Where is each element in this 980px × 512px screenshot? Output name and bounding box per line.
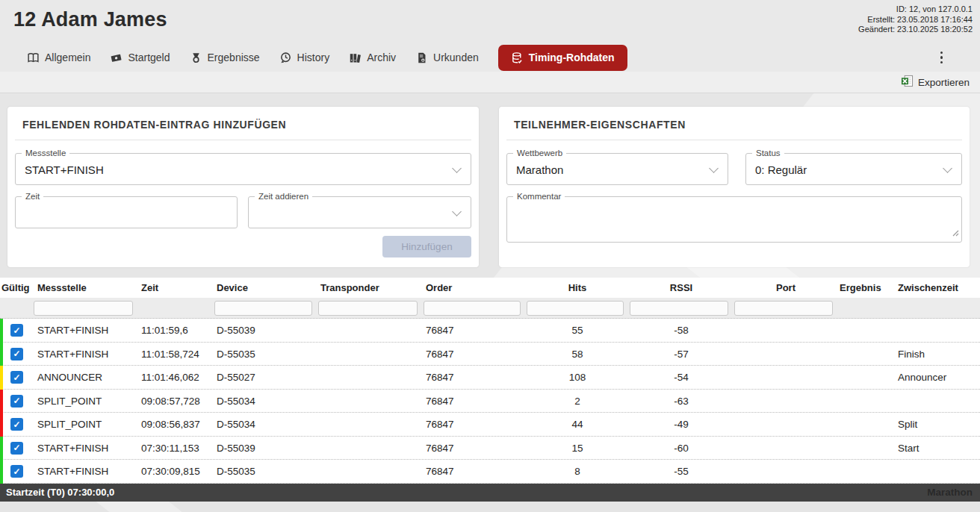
filter-row	[0, 298, 980, 319]
export-button[interactable]: Exportieren	[901, 75, 970, 90]
hinzufuegen-button[interactable]: Hinzufügen	[382, 236, 471, 257]
field-label: Wettbewerb	[513, 148, 566, 158]
more-menu-icon[interactable]	[937, 49, 946, 67]
col-gueltig: Gültig	[0, 282, 33, 293]
panel-title: TEILNEHMER-EIGENSCHAFTEN	[506, 107, 962, 140]
tab-timing-rohdaten[interactable]: Timing-Rohdaten	[498, 45, 627, 71]
cell-order: 76847	[423, 396, 526, 407]
col-hits: Hits	[526, 282, 629, 293]
cell-rssi: -54	[629, 372, 734, 383]
record-meta: ID: 12, von 127.0.0.1 Erstellt: 23.05.20…	[858, 0, 980, 43]
cell-hits: 44	[526, 419, 629, 430]
content-area: FEHLENDEN ROHDATEN-EINTRAG HINZUFÜGEN Me…	[0, 93, 980, 278]
table-row[interactable]: ✓START+FINISH07:30:11,153D-550397684715-…	[0, 437, 980, 461]
tab-archiv[interactable]: Archiv	[349, 43, 396, 72]
cell-zwischenzeit: Split	[896, 419, 980, 430]
filter-input-messstelle[interactable]	[34, 301, 133, 316]
table-row[interactable]: ✓START+FINISH11:01:58,724D-550357684758-…	[0, 343, 980, 366]
zeit-addieren-select[interactable]: Zeit addieren	[248, 196, 471, 228]
cell-device: D-55035	[214, 466, 317, 477]
header: 12 Adam James ID: 12, von 127.0.0.1 Erst…	[0, 0, 980, 43]
cell-hits: 8	[526, 466, 629, 477]
tab-ergebnisse[interactable]: Ergebnisse	[190, 43, 260, 72]
col-device: Device	[214, 282, 317, 293]
cell-order: 76847	[423, 419, 526, 430]
cell-device: D-55034	[214, 396, 317, 407]
cell-hits: 55	[526, 325, 629, 336]
money-icon	[110, 51, 122, 64]
cell-zwischenzeit: Finish	[896, 349, 980, 360]
tab-allgemein[interactable]: Allgemein	[27, 43, 90, 72]
record-id: ID: 12, von 127.0.0.1	[858, 4, 973, 15]
col-rssi: RSSI	[629, 282, 734, 293]
cell-messstelle: START+FINISH	[33, 466, 138, 477]
filter-input-order[interactable]	[424, 301, 521, 316]
filter-input-hits[interactable]	[527, 301, 624, 316]
field-value: START+FINISH	[25, 163, 104, 176]
col-ergebnis: Ergebnis	[838, 282, 896, 293]
cell-zeit: 07:30:11,153	[138, 443, 214, 454]
table-row[interactable]: ✓SPLIT_POINT09:08:56,837D-550347684744-4…	[0, 413, 980, 437]
archive-icon	[349, 51, 362, 64]
filter-input-port[interactable]	[734, 301, 833, 316]
filter-input-device[interactable]	[214, 301, 312, 316]
cell-zeit: 11:01:59,6	[138, 325, 214, 336]
table-row[interactable]: ✓SPLIT_POINT09:08:57,728D-55034768472-63	[0, 390, 980, 413]
tab-history[interactable]: History	[279, 43, 330, 72]
field-label: Messstelle	[22, 148, 69, 158]
valid-checkbox[interactable]: ✓	[10, 348, 23, 360]
cell-rssi: -57	[629, 349, 734, 360]
col-zwischenzeit: Zwischenzeit	[896, 282, 980, 293]
kommentar-textarea[interactable]	[515, 203, 954, 239]
cell-device: D-55027	[214, 372, 317, 383]
wettbewerb-select[interactable]: Wettbewerb Marathon	[506, 153, 728, 185]
zeit-input[interactable]	[23, 203, 229, 225]
valid-checkbox[interactable]: ✓	[10, 442, 23, 455]
tab-bar: Allgemein Startgeld Ergebnisse History A…	[0, 43, 980, 72]
cell-zwischenzeit: Start	[896, 443, 980, 454]
tab-urkunden[interactable]: Urkunden	[415, 43, 479, 72]
valid-checkbox[interactable]: ✓	[10, 371, 23, 384]
panel-title: FEHLENDEN ROHDATEN-EINTRAG HINZUFÜGEN	[15, 107, 471, 140]
cell-order: 76847	[423, 325, 526, 336]
col-zeit: Zeit	[138, 282, 214, 293]
page-title: 12 Adam James	[0, 0, 167, 43]
record-created: Erstellt: 23.05.2018 17:16:44	[858, 15, 973, 25]
kommentar-field: Kommentar	[506, 196, 962, 243]
excel-export-icon	[901, 75, 914, 90]
filter-input-rssi[interactable]	[630, 301, 728, 316]
resize-handle-icon[interactable]	[952, 226, 959, 240]
messstelle-select[interactable]: Messstelle START+FINISH	[15, 153, 471, 185]
tab-label: Ergebnisse	[208, 51, 260, 63]
bottom-strip	[0, 502, 980, 512]
cell-rssi: -55	[629, 466, 734, 477]
cell-device: D-55035	[214, 349, 317, 360]
tab-label: Startgeld	[128, 51, 170, 63]
table-row[interactable]: ✓START+FINISH11:01:59,6D-550397684755-58	[0, 319, 980, 343]
filter-input-transponder[interactable]	[318, 301, 418, 316]
field-label: Zeit	[22, 191, 43, 202]
valid-checkbox[interactable]: ✓	[10, 395, 23, 408]
col-order: Order	[423, 282, 526, 293]
tab-label: Urkunden	[433, 51, 479, 63]
chevron-down-icon	[452, 207, 462, 216]
cell-hits: 15	[526, 443, 629, 454]
tab-startgeld[interactable]: Startgeld	[110, 43, 170, 72]
cell-device: D-55039	[214, 443, 317, 454]
zeit-field: Zeit	[15, 196, 238, 228]
chevron-down-icon	[452, 163, 462, 173]
cell-order: 76847	[423, 349, 526, 360]
event-name-label: Marathon	[927, 487, 973, 498]
cell-hits: 58	[526, 349, 629, 360]
table-row[interactable]: ✓START+FINISH07:30:09,815D-55035768478-5…	[0, 460, 980, 484]
toolbar: Exportieren	[0, 72, 980, 93]
valid-checkbox[interactable]: ✓	[10, 465, 23, 478]
cell-device: D-55039	[214, 325, 317, 336]
valid-checkbox[interactable]: ✓	[10, 324, 23, 337]
col-messstelle: Messstelle	[33, 282, 138, 293]
field-label: Status	[752, 148, 784, 158]
valid-checkbox[interactable]: ✓	[10, 418, 23, 431]
table-row[interactable]: ✓ANNOUNCER11:01:46,062D-5502776847108-54…	[0, 366, 980, 390]
tab-label: Archiv	[367, 51, 396, 63]
status-select[interactable]: Status 0: Regulär	[745, 153, 962, 185]
